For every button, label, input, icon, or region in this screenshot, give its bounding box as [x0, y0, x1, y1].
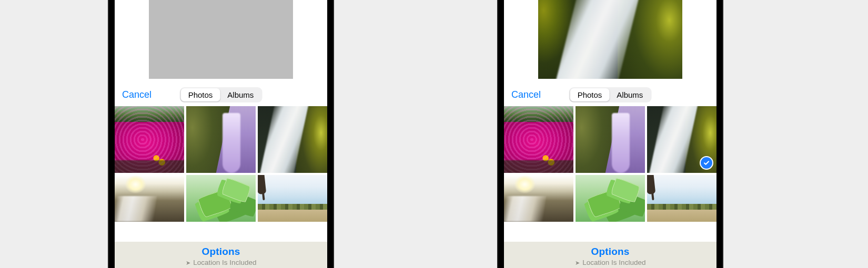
cancel-button[interactable]: Cancel	[504, 89, 541, 100]
location-text: Location Is Included	[193, 259, 256, 266]
segmented-control: Photos Albums	[180, 87, 263, 102]
tab-photos[interactable]: Photos	[181, 88, 220, 101]
picker-footer: Options ➤ Location Is Included	[504, 242, 716, 268]
photo-thumb-4[interactable]	[504, 175, 573, 222]
phone-left: PICTURE Cancel Photos Albums Options ➤ L…	[108, 0, 334, 268]
screen: Cancel Photos Albums Options ➤ L	[504, 0, 716, 268]
options-button[interactable]: Options	[115, 246, 327, 257]
location-label: ➤ Location Is Included	[504, 259, 716, 266]
phone-right: Cancel Photos Albums Options ➤ L	[497, 0, 723, 268]
picker-footer: Options ➤ Location Is Included	[115, 242, 327, 268]
selected-check-icon	[700, 156, 713, 170]
location-arrow-icon: ➤	[575, 260, 580, 266]
options-button[interactable]: Options	[504, 246, 716, 257]
photo-grid	[504, 105, 716, 242]
photo-thumb-5[interactable]	[576, 175, 645, 222]
preview-area	[504, 0, 716, 84]
segmented-control: Photos Albums	[569, 87, 652, 102]
preview-waterfall-image	[538, 0, 682, 79]
tab-albums[interactable]: Albums	[609, 88, 650, 101]
photo-thumb-6[interactable]	[258, 175, 327, 222]
screen: PICTURE Cancel Photos Albums Options ➤ L…	[115, 0, 327, 268]
preview-selected-image	[538, 0, 682, 79]
preview-area: PICTURE	[115, 0, 327, 84]
photo-thumb-3[interactable]	[258, 106, 327, 173]
photo-thumb-2[interactable]	[186, 106, 256, 173]
picker-header: Cancel Photos Albums	[504, 84, 716, 105]
location-label: ➤ Location Is Included	[115, 259, 327, 266]
location-text: Location Is Included	[582, 259, 645, 266]
photo-thumb-5[interactable]	[186, 175, 256, 222]
cancel-button[interactable]: Cancel	[115, 89, 152, 100]
photo-thumb-6[interactable]	[647, 175, 716, 222]
preview-placeholder: PICTURE	[149, 0, 293, 79]
photo-thumb-1[interactable]	[115, 106, 184, 173]
photo-grid	[115, 105, 327, 242]
location-arrow-icon: ➤	[186, 260, 190, 266]
photo-thumb-2[interactable]	[576, 106, 645, 173]
tab-albums[interactable]: Albums	[220, 88, 261, 101]
photo-thumb-1[interactable]	[504, 106, 573, 173]
picker-header: Cancel Photos Albums	[115, 84, 327, 105]
tab-photos[interactable]: Photos	[570, 88, 610, 101]
photo-thumb-3[interactable]	[647, 106, 716, 173]
photo-thumb-4[interactable]	[115, 175, 184, 222]
